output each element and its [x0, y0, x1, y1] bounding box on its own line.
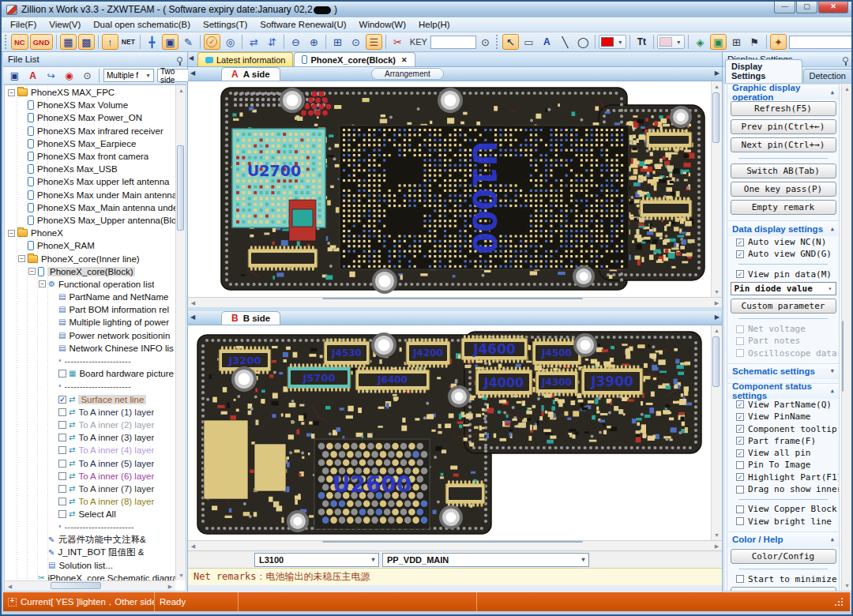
- checkbox-auto-view-nc-n[interactable]: ✓Auto view NC(N): [727, 236, 839, 248]
- ruler-icon[interactable]: ▭: [520, 34, 537, 50]
- checkbox-view-bright-line[interactable]: View bright line: [727, 515, 839, 527]
- checkbox-drag-no-show-inner[interactable]: Drag no show inner: [727, 483, 839, 495]
- tree-item-[interactable]: •-----------------------: [5, 520, 175, 533]
- part-history-combo[interactable]: ▾: [789, 36, 851, 49]
- checkbox-net-voltage[interactable]: Net voltage: [727, 323, 839, 335]
- checkbox-icon[interactable]: ✓: [736, 473, 744, 481]
- maximize-button[interactable]: ▢: [796, 2, 817, 13]
- color-config-button[interactable]: Color/Config: [731, 549, 836, 564]
- collapse-icon[interactable]: ▲: [831, 226, 834, 232]
- split-window-icon[interactable]: ⊞: [728, 34, 745, 50]
- key-input[interactable]: [430, 36, 476, 49]
- b-view-hscrollbar[interactable]: ◀ ▶: [188, 540, 722, 550]
- flip-horizontal-icon[interactable]: ⇄: [246, 34, 262, 50]
- font-tool-icon[interactable]: Tt: [633, 34, 650, 50]
- tree-item-network-chinese-info-lis[interactable]: ▤Network Chinese INFO lis: [5, 342, 175, 355]
- tree-item-phonex[interactable]: −PhoneX: [5, 227, 175, 239]
- menu-item[interactable]: Help(H): [412, 18, 457, 31]
- tree-item-phonexs-max-infrared-receiver[interactable]: PhoneXS Max infrared receiver: [5, 125, 175, 137]
- checkbox-icon[interactable]: ✓: [736, 400, 744, 408]
- tree-item-phonexs-max-fpc[interactable]: −PhoneXS MAX_FPC: [5, 86, 175, 99]
- menu-item[interactable]: Settings(T): [197, 18, 254, 31]
- a-scroll-left-icon[interactable]: ◀: [190, 69, 195, 77]
- checkbox-icon[interactable]: ✓: [736, 239, 744, 246]
- draw-color-picker[interactable]: ▾: [599, 35, 626, 49]
- menu-item[interactable]: View(V): [43, 18, 87, 31]
- tab-display-settings[interactable]: Display Settings: [725, 59, 802, 83]
- tree-item-to-a-inner-4-layer[interactable]: ⇄To A inner (4) layer: [5, 444, 175, 456]
- tree-item-to-a-inner-5-layer[interactable]: ⇄To A inner (5) layer: [5, 456, 175, 469]
- tab-phonex-core-block[interactable]: PhoneX_core(Block) ✕: [294, 52, 415, 66]
- refresh-f5-button[interactable]: Refresh(F5): [731, 101, 836, 116]
- tree-item-phonexs-max-power-on[interactable]: PhoneXS Max Power_ON: [5, 111, 175, 124]
- menu-item[interactable]: Window(W): [353, 18, 412, 31]
- close-button[interactable]: ✕: [818, 2, 848, 13]
- tree-checkbox[interactable]: [58, 434, 66, 441]
- checkbox-icon[interactable]: ✓: [736, 437, 744, 445]
- tree-item-[interactable]: ✎元器件功能中文注释&: [5, 534, 175, 547]
- part-combo[interactable]: L3100 ▾: [254, 553, 379, 567]
- tree-expander-icon[interactable]: −: [39, 280, 46, 287]
- file-tree-vscrollbar[interactable]: ▲ ▼: [175, 85, 186, 580]
- tree-item-iphonex-core-schematic-diagram[interactable]: ✂iPhoneX_core Schematic diagram: [5, 572, 175, 580]
- tree-checkbox[interactable]: ✓: [58, 396, 66, 404]
- tree-item-phonex-core-inner-line[interactable]: −PhoneX_core(Inner line): [5, 252, 175, 265]
- tab-detection[interactable]: Detection: [803, 69, 852, 83]
- checkbox-icon[interactable]: [736, 325, 744, 333]
- checkbox-pin-to-image[interactable]: Pin To Image: [727, 459, 839, 471]
- menu-item[interactable]: File(F): [4, 18, 43, 31]
- tree-item-phonexs-max-under-main-antenna-s[interactable]: PhoneXs Max under Main antenna s: [5, 189, 175, 201]
- help-h-button[interactable]: Help(H): [731, 587, 836, 592]
- a-view-vscrollbar[interactable]: ▲ ▼: [711, 81, 722, 297]
- a-view-hscrollbar[interactable]: ◀ ▶: [188, 297, 722, 307]
- section-header-schematic-settings[interactable]: Schematic settings▼: [727, 363, 839, 379]
- arrangement-button[interactable]: Arrangement: [371, 68, 444, 80]
- file-tree-hscrollbar[interactable]: ◀ ▶: [5, 580, 175, 591]
- checkbox-part-frame-f[interactable]: ✓Part frame(F): [727, 435, 839, 447]
- tab-scroll-left-icon[interactable]: ◀: [189, 54, 194, 62]
- pin-diode-value-select[interactable]: Pin diode value▾: [731, 282, 836, 295]
- tree-checkbox[interactable]: [58, 421, 66, 429]
- clear-mark-icon[interactable]: ✂: [389, 34, 406, 50]
- next-pin-ctrl-button[interactable]: Next pin(Ctrl+→): [731, 137, 836, 152]
- select-cursor-icon[interactable]: ↖: [502, 34, 519, 50]
- ellipse-tool-icon[interactable]: ◯: [575, 34, 592, 50]
- board-b-view[interactable]: J3200J4530J4200J4600J4500J5700J6400J4000…: [188, 325, 711, 540]
- collapse-icon[interactable]: ▼: [831, 368, 834, 374]
- image-overlay-icon[interactable]: ▣: [710, 34, 727, 50]
- checkbox-icon[interactable]: ✓: [736, 250, 744, 258]
- section-header-color-help[interactable]: Color / Help▲: [727, 531, 839, 547]
- checkbox-icon[interactable]: [736, 337, 744, 345]
- goto-part-icon[interactable]: ↑: [102, 34, 118, 50]
- tree-item-to-a-inner-1-layer[interactable]: ⇄To A inner (1) layer: [5, 406, 175, 419]
- pin-panel-icon[interactable]: [177, 57, 182, 62]
- cart-icon[interactable]: ✦: [770, 34, 787, 50]
- tab-close-icon[interactable]: ✕: [401, 56, 408, 64]
- export-icon[interactable]: ↪: [43, 68, 59, 84]
- tree-item-surface-net-line[interactable]: ✓⇄Surface net line: [5, 393, 175, 406]
- top-side-icon[interactable]: ▦: [60, 34, 77, 50]
- prev-pin-ctrl-button[interactable]: Prev pin(Ctrl+←): [731, 119, 836, 134]
- checkbox-icon[interactable]: ✓: [736, 270, 744, 278]
- b-side-view[interactable]: J3200J4530J4200J4600J4500J5700J6400J4000…: [188, 325, 722, 540]
- pin-panel-icon[interactable]: [843, 57, 848, 62]
- checkbox-icon[interactable]: [736, 349, 744, 357]
- checkbox-icon[interactable]: ✓: [736, 413, 744, 421]
- b-scroll-left-icon[interactable]: ◀: [190, 314, 195, 321]
- text-tool-icon[interactable]: A: [539, 34, 555, 50]
- menu-item[interactable]: Software Renewal(U): [254, 18, 352, 31]
- area-view-icon[interactable]: ▣: [162, 34, 178, 50]
- tree-item-phonexs-max-usb[interactable]: PhoneXs Max_USB: [5, 163, 175, 175]
- pass-mark-icon[interactable]: ✓: [204, 34, 220, 50]
- checkbox-icon[interactable]: [736, 461, 744, 469]
- tree-expander-icon[interactable]: −: [8, 230, 15, 237]
- collapse-icon[interactable]: ▲: [831, 388, 834, 394]
- checkbox-icon[interactable]: [736, 517, 744, 525]
- bottom-side-icon[interactable]: ▩: [78, 34, 95, 50]
- tree-item-part-bom-information-rel[interactable]: ▤Part BOM information rel: [5, 303, 175, 316]
- b-scroll-right-icon[interactable]: ▶: [715, 314, 720, 321]
- pin-tool-icon[interactable]: ⚑: [746, 34, 763, 50]
- tree-expander-icon[interactable]: −: [18, 255, 25, 262]
- section-header-graphic-display-operation[interactable]: Graphic display operation▲: [727, 84, 839, 100]
- checkbox-view-all-pin[interactable]: ✓View all pin: [727, 447, 839, 459]
